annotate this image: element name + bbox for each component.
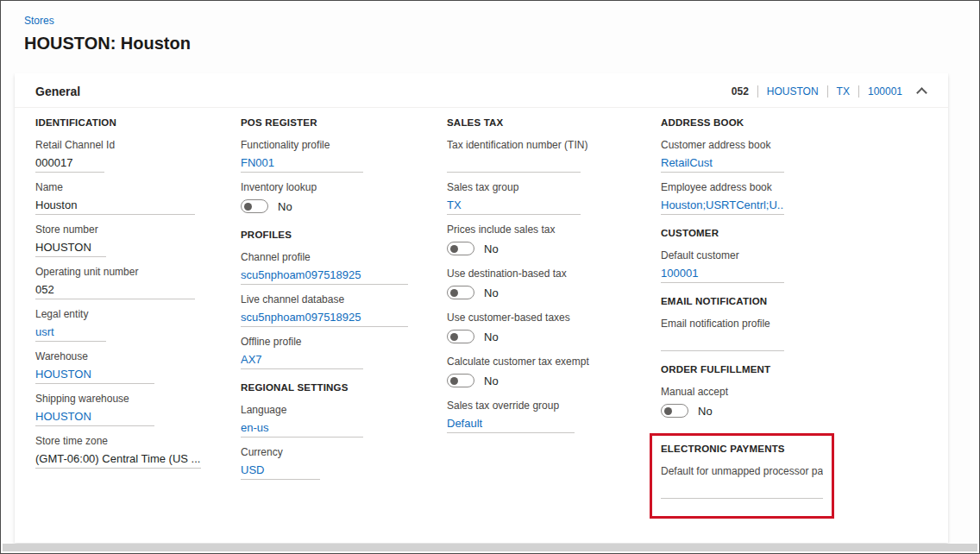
toggle-value-inventory-lookup: No xyxy=(278,200,292,213)
form-column-4: ADDRESS BOOKCustomer address bookRetailC… xyxy=(661,116,927,519)
value-email-notification-profile[interactable] xyxy=(661,333,784,351)
value-employee-address-book[interactable]: Houston;USRTCentrl;U... xyxy=(661,197,784,215)
group-electronic-payments-highlighted: ELECTRONIC PAYMENTSDefault for unmapped … xyxy=(650,433,834,519)
group-title-address-book: ADDRESS BOOK xyxy=(661,116,927,129)
toggle-row-manual-accept: No xyxy=(661,401,927,421)
field-customer-address-book: Customer address bookRetailCust xyxy=(661,139,927,173)
group-title-sales-tax: SALES TAX xyxy=(447,116,661,129)
value-store-number[interactable]: HOUSTON xyxy=(35,239,106,257)
toggle-value-manual-accept: No xyxy=(698,405,713,418)
value-currency[interactable]: USD xyxy=(241,462,320,480)
value-offline-profile[interactable]: AX7 xyxy=(241,351,363,369)
field-label-operating-unit-number: Operating unit number xyxy=(35,266,241,278)
summary-separator xyxy=(757,85,758,98)
value-legal-entity[interactable]: usrt xyxy=(35,324,106,342)
toggle-row-use-destination-based-tax: No xyxy=(447,283,661,303)
value-sales-tax-override-group[interactable]: Default xyxy=(447,415,575,433)
field-prices-include-sales-tax: Prices include sales taxNo xyxy=(447,223,661,259)
toggle-inventory-lookup[interactable] xyxy=(241,199,268,213)
field-label-store-time-zone: Store time zone xyxy=(35,435,241,447)
group-profiles: PROFILESChannel profilescu5nphoam0975189… xyxy=(241,229,447,369)
toggle-knob xyxy=(450,245,458,253)
page-header: Stores HOUSTON: Houston xyxy=(1,1,979,54)
summary-separator xyxy=(858,85,859,98)
field-store-number: Store numberHOUSTON xyxy=(35,223,241,257)
field-employee-address-book: Employee address bookHouston;USRTCentrl;… xyxy=(661,181,927,215)
horizontal-scrollbar[interactable] xyxy=(3,544,977,551)
toggle-prices-include-sales-tax[interactable] xyxy=(447,242,474,255)
toggle-row-use-customer-based-taxes: No xyxy=(447,327,661,347)
field-currency: CurrencyUSD xyxy=(241,446,447,480)
value-retail-channel-id[interactable]: 000017 xyxy=(35,154,104,173)
section-summary: 052HOUSTONTX100001 xyxy=(732,85,902,98)
value-warehouse[interactable]: HOUSTON xyxy=(35,366,154,384)
field-legal-entity: Legal entityusrt xyxy=(35,308,241,342)
breadcrumb-stores[interactable]: Stores xyxy=(24,15,54,27)
field-email-notification-profile: Email notification profile xyxy=(661,318,927,351)
field-language: Languageen-us xyxy=(241,404,447,438)
toggle-calculate-customer-tax-exempt[interactable] xyxy=(447,374,474,387)
field-label-employee-address-book: Employee address book xyxy=(661,181,927,193)
group-title-pos-register: POS REGISTER xyxy=(241,116,447,129)
value-customer-address-book[interactable]: RetailCust xyxy=(661,154,784,173)
field-label-sales-tax-override-group: Sales tax override group xyxy=(447,400,661,412)
summary-separator xyxy=(827,85,828,98)
value-channel-profile[interactable]: scu5nphoam097518925 xyxy=(241,267,408,285)
section-title[interactable]: General xyxy=(35,85,80,98)
summary-052: 052 xyxy=(732,85,749,98)
value-tax-identification-number-tin[interactable] xyxy=(447,154,581,173)
value-live-channel-database[interactable]: scu5nphoam097518925 xyxy=(241,309,408,327)
field-retail-channel-id: Retail Channel Id000017 xyxy=(35,139,241,173)
value-language[interactable]: en-us xyxy=(241,419,363,438)
group-title-electronic-payments: ELECTRONIC PAYMENTS xyxy=(661,443,823,455)
field-sales-tax-override-group: Sales tax override groupDefault xyxy=(447,400,661,433)
field-warehouse: WarehouseHOUSTON xyxy=(35,350,241,384)
summary-houston[interactable]: HOUSTON xyxy=(767,85,819,98)
general-fasttab-header[interactable]: General 052HOUSTONTX100001 xyxy=(15,73,948,108)
field-label-live-channel-database: Live channel database xyxy=(241,293,447,305)
field-sales-tax-group: Sales tax groupTX xyxy=(447,181,661,215)
toggle-value-use-destination-based-tax: No xyxy=(484,286,499,299)
group-regional-settings: REGIONAL SETTINGSLanguageen-usCurrencyUS… xyxy=(241,381,447,480)
value-default-for-unmapped-processor-pay[interactable] xyxy=(661,481,823,499)
field-operating-unit-number: Operating unit number052 xyxy=(35,266,241,299)
toggle-value-calculate-customer-tax-exempt: No xyxy=(484,375,499,387)
page-title: HOUSTON: Houston xyxy=(24,34,979,54)
group-sales-tax: SALES TAXTax identification number (TIN)… xyxy=(447,116,661,433)
toggle-row-inventory-lookup: No xyxy=(241,197,447,217)
group-title-email-notification: EMAIL NOTIFICATION xyxy=(661,295,927,307)
field-label-name: Name xyxy=(35,181,241,193)
field-store-time-zone: Store time zone(GMT-06:00) Central Time … xyxy=(35,435,241,469)
group-title-regional-settings: REGIONAL SETTINGS xyxy=(241,381,447,393)
field-channel-profile: Channel profilescu5nphoam097518925 xyxy=(241,251,447,285)
field-label-inventory-lookup: Inventory lookup xyxy=(241,181,447,193)
field-label-prices-include-sales-tax: Prices include sales tax xyxy=(447,223,661,236)
toggle-use-customer-based-taxes[interactable] xyxy=(447,330,474,343)
field-inventory-lookup: Inventory lookupNo xyxy=(241,181,447,217)
field-label-functionality-profile: Functionality profile xyxy=(241,139,447,151)
form-column-2: POS REGISTERFunctionality profileFN001In… xyxy=(241,116,447,519)
value-shipping-warehouse[interactable]: HOUSTON xyxy=(35,408,154,426)
toggle-use-destination-based-tax[interactable] xyxy=(447,286,474,299)
summary-tx[interactable]: TX xyxy=(837,85,850,98)
group-pos-register: POS REGISTERFunctionality profileFN001In… xyxy=(241,116,447,217)
value-name[interactable]: Houston xyxy=(35,197,195,215)
toggle-manual-accept[interactable] xyxy=(661,404,688,418)
general-fasttab: General 052HOUSTONTX100001 IDENTIFICATIO… xyxy=(15,73,948,543)
value-operating-unit-number[interactable]: 052 xyxy=(35,281,195,299)
field-label-customer-address-book: Customer address book xyxy=(661,139,927,151)
field-label-calculate-customer-tax-exempt: Calculate customer tax exempt xyxy=(447,356,661,368)
app-window: Stores HOUSTON: Houston General 052HOUST… xyxy=(0,0,980,554)
field-use-customer-based-taxes: Use customer-based taxesNo xyxy=(447,312,661,347)
toggle-knob xyxy=(664,407,672,415)
field-tax-identification-number-tin: Tax identification number (TIN) xyxy=(447,139,661,173)
summary-100001[interactable]: 100001 xyxy=(868,85,902,98)
chevron-up-icon[interactable] xyxy=(916,87,927,98)
value-default-customer[interactable]: 100001 xyxy=(661,265,784,283)
value-functionality-profile[interactable]: FN001 xyxy=(241,154,363,173)
value-sales-tax-group[interactable]: TX xyxy=(447,197,581,215)
field-label-default-customer: Default customer xyxy=(661,249,927,261)
value-store-time-zone[interactable]: (GMT-06:00) Central Time (US ... xyxy=(35,450,201,469)
field-label-warehouse: Warehouse xyxy=(35,350,241,362)
field-label-currency: Currency xyxy=(241,446,447,458)
